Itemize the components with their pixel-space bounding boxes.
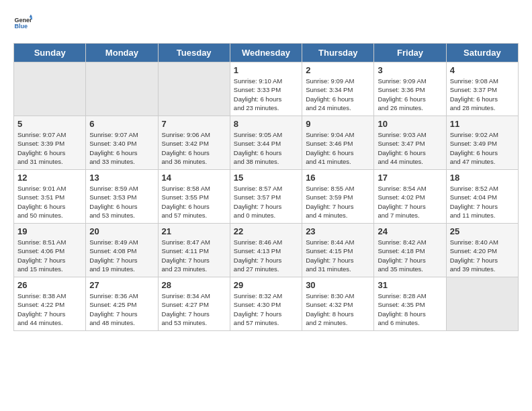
calendar-day-cell: 14Sunrise: 8:58 AM Sunset: 3:55 PM Dayli… xyxy=(158,170,230,224)
calendar-day-cell: 7Sunrise: 9:06 AM Sunset: 3:42 PM Daylig… xyxy=(158,116,230,170)
day-number: 19 xyxy=(17,226,82,236)
calendar-day-cell: 31Sunrise: 8:28 AM Sunset: 4:35 PM Dayli… xyxy=(374,277,446,331)
day-info: Sunrise: 8:46 AM Sunset: 4:13 PM Dayligh… xyxy=(234,238,298,273)
calendar-day-cell: 3Sunrise: 9:09 AM Sunset: 3:36 PM Daylig… xyxy=(374,62,446,116)
day-number: 26 xyxy=(17,280,82,290)
day-of-week-header: Saturday xyxy=(446,44,518,62)
day-info: Sunrise: 8:28 AM Sunset: 4:35 PM Dayligh… xyxy=(378,291,442,327)
calendar-day-cell: 17Sunrise: 8:54 AM Sunset: 4:02 PM Dayli… xyxy=(374,170,446,224)
day-number: 7 xyxy=(162,119,226,129)
day-number: 11 xyxy=(450,119,515,129)
day-number: 15 xyxy=(234,173,298,183)
day-number: 9 xyxy=(306,119,370,129)
day-info: Sunrise: 8:38 AM Sunset: 4:22 PM Dayligh… xyxy=(17,291,82,327)
calendar-week-row: 19Sunrise: 8:51 AM Sunset: 4:06 PM Dayli… xyxy=(14,224,519,277)
day-info: Sunrise: 8:42 AM Sunset: 4:18 PM Dayligh… xyxy=(378,238,442,273)
generalblue-logo-icon: General Blue xyxy=(13,13,32,32)
calendar-day-cell: 30Sunrise: 8:30 AM Sunset: 4:32 PM Dayli… xyxy=(302,277,374,331)
calendar-day-cell: 22Sunrise: 8:46 AM Sunset: 4:13 PM Dayli… xyxy=(230,224,302,277)
day-of-week-header: Wednesday xyxy=(230,44,302,62)
calendar-day-cell: 16Sunrise: 8:55 AM Sunset: 3:59 PM Dayli… xyxy=(302,170,374,224)
calendar-day-cell: 26Sunrise: 8:38 AM Sunset: 4:22 PM Dayli… xyxy=(14,277,86,331)
day-number: 24 xyxy=(378,226,442,236)
calendar-day-cell xyxy=(158,62,230,116)
calendar-day-cell: 10Sunrise: 9:03 AM Sunset: 3:47 PM Dayli… xyxy=(374,116,446,170)
calendar-day-cell: 1Sunrise: 9:10 AM Sunset: 3:33 PM Daylig… xyxy=(230,62,302,116)
day-info: Sunrise: 9:05 AM Sunset: 3:44 PM Dayligh… xyxy=(234,130,298,166)
day-info: Sunrise: 8:51 AM Sunset: 4:06 PM Dayligh… xyxy=(17,238,82,273)
calendar-day-cell: 19Sunrise: 8:51 AM Sunset: 4:06 PM Dayli… xyxy=(14,224,86,277)
day-info: Sunrise: 9:03 AM Sunset: 3:47 PM Dayligh… xyxy=(378,130,442,166)
day-number: 17 xyxy=(378,173,442,183)
svg-text:General: General xyxy=(14,17,32,24)
day-number: 8 xyxy=(234,119,298,129)
day-of-week-header: Sunday xyxy=(14,44,86,62)
day-number: 25 xyxy=(450,226,515,236)
calendar-day-cell xyxy=(86,62,158,116)
calendar-day-cell: 11Sunrise: 9:02 AM Sunset: 3:49 PM Dayli… xyxy=(446,116,518,170)
day-info: Sunrise: 9:07 AM Sunset: 3:40 PM Dayligh… xyxy=(89,130,154,166)
calendar-week-row: 1Sunrise: 9:10 AM Sunset: 3:33 PM Daylig… xyxy=(14,62,519,116)
day-number: 27 xyxy=(89,280,154,290)
logo: General Blue xyxy=(13,13,35,32)
svg-text:Blue: Blue xyxy=(14,23,28,30)
day-info: Sunrise: 9:01 AM Sunset: 3:51 PM Dayligh… xyxy=(17,184,82,220)
day-number: 28 xyxy=(162,280,226,290)
calendar-day-cell xyxy=(14,62,86,116)
day-info: Sunrise: 8:32 AM Sunset: 4:30 PM Dayligh… xyxy=(234,291,298,327)
calendar-day-cell: 20Sunrise: 8:49 AM Sunset: 4:08 PM Dayli… xyxy=(86,224,158,277)
calendar-week-row: 5Sunrise: 9:07 AM Sunset: 3:39 PM Daylig… xyxy=(14,116,519,170)
day-of-week-header: Monday xyxy=(86,44,158,62)
day-number: 21 xyxy=(162,226,226,236)
day-number: 20 xyxy=(89,226,154,236)
day-info: Sunrise: 9:02 AM Sunset: 3:49 PM Dayligh… xyxy=(450,130,515,166)
day-of-week-header: Thursday xyxy=(302,44,374,62)
calendar-day-cell: 24Sunrise: 8:42 AM Sunset: 4:18 PM Dayli… xyxy=(374,224,446,277)
day-info: Sunrise: 9:08 AM Sunset: 3:37 PM Dayligh… xyxy=(450,77,515,112)
day-of-week-header: Tuesday xyxy=(158,44,230,62)
calendar-day-cell: 2Sunrise: 9:09 AM Sunset: 3:34 PM Daylig… xyxy=(302,62,374,116)
day-number: 5 xyxy=(17,119,82,129)
day-number: 3 xyxy=(378,65,442,75)
day-number: 29 xyxy=(234,280,298,290)
calendar-day-cell xyxy=(446,277,518,331)
calendar-day-cell: 21Sunrise: 8:47 AM Sunset: 4:11 PM Dayli… xyxy=(158,224,230,277)
calendar-day-cell: 6Sunrise: 9:07 AM Sunset: 3:40 PM Daylig… xyxy=(86,116,158,170)
day-number: 13 xyxy=(89,173,154,183)
day-number: 31 xyxy=(378,280,442,290)
calendar-day-cell: 15Sunrise: 8:57 AM Sunset: 3:57 PM Dayli… xyxy=(230,170,302,224)
day-info: Sunrise: 8:49 AM Sunset: 4:08 PM Dayligh… xyxy=(89,238,154,273)
svg-marker-2 xyxy=(30,14,32,17)
day-info: Sunrise: 8:40 AM Sunset: 4:20 PM Dayligh… xyxy=(450,238,515,273)
day-number: 23 xyxy=(306,226,370,236)
day-info: Sunrise: 9:09 AM Sunset: 3:36 PM Dayligh… xyxy=(378,77,442,112)
calendar-day-cell: 13Sunrise: 8:59 AM Sunset: 3:53 PM Dayli… xyxy=(86,170,158,224)
calendar-day-cell: 9Sunrise: 9:04 AM Sunset: 3:46 PM Daylig… xyxy=(302,116,374,170)
calendar-day-cell: 29Sunrise: 8:32 AM Sunset: 4:30 PM Dayli… xyxy=(230,277,302,331)
day-number: 6 xyxy=(89,119,154,129)
day-number: 16 xyxy=(306,173,370,183)
day-info: Sunrise: 9:07 AM Sunset: 3:39 PM Dayligh… xyxy=(17,130,82,166)
day-info: Sunrise: 8:55 AM Sunset: 3:59 PM Dayligh… xyxy=(306,184,370,220)
day-info: Sunrise: 8:57 AM Sunset: 3:57 PM Dayligh… xyxy=(234,184,298,220)
calendar-table: SundayMondayTuesdayWednesdayThursdayFrid… xyxy=(13,43,519,331)
day-info: Sunrise: 8:34 AM Sunset: 4:27 PM Dayligh… xyxy=(162,291,226,327)
calendar-day-cell: 4Sunrise: 9:08 AM Sunset: 3:37 PM Daylig… xyxy=(446,62,518,116)
day-info: Sunrise: 9:04 AM Sunset: 3:46 PM Dayligh… xyxy=(306,130,370,166)
day-info: Sunrise: 9:10 AM Sunset: 3:33 PM Dayligh… xyxy=(234,77,298,112)
calendar-day-cell: 8Sunrise: 9:05 AM Sunset: 3:44 PM Daylig… xyxy=(230,116,302,170)
day-number: 1 xyxy=(234,65,298,75)
calendar-header-row: SundayMondayTuesdayWednesdayThursdayFrid… xyxy=(14,44,519,62)
calendar-week-row: 26Sunrise: 8:38 AM Sunset: 4:22 PM Dayli… xyxy=(14,277,519,331)
day-number: 12 xyxy=(17,173,82,183)
day-of-week-header: Friday xyxy=(374,44,446,62)
day-info: Sunrise: 8:30 AM Sunset: 4:32 PM Dayligh… xyxy=(306,291,370,327)
day-number: 4 xyxy=(450,65,515,75)
calendar-day-cell: 25Sunrise: 8:40 AM Sunset: 4:20 PM Dayli… xyxy=(446,224,518,277)
day-info: Sunrise: 8:47 AM Sunset: 4:11 PM Dayligh… xyxy=(162,238,226,273)
day-number: 10 xyxy=(378,119,442,129)
calendar-day-cell: 18Sunrise: 8:52 AM Sunset: 4:04 PM Dayli… xyxy=(446,170,518,224)
calendar-day-cell: 28Sunrise: 8:34 AM Sunset: 4:27 PM Dayli… xyxy=(158,277,230,331)
day-number: 30 xyxy=(306,280,370,290)
day-number: 18 xyxy=(450,173,515,183)
